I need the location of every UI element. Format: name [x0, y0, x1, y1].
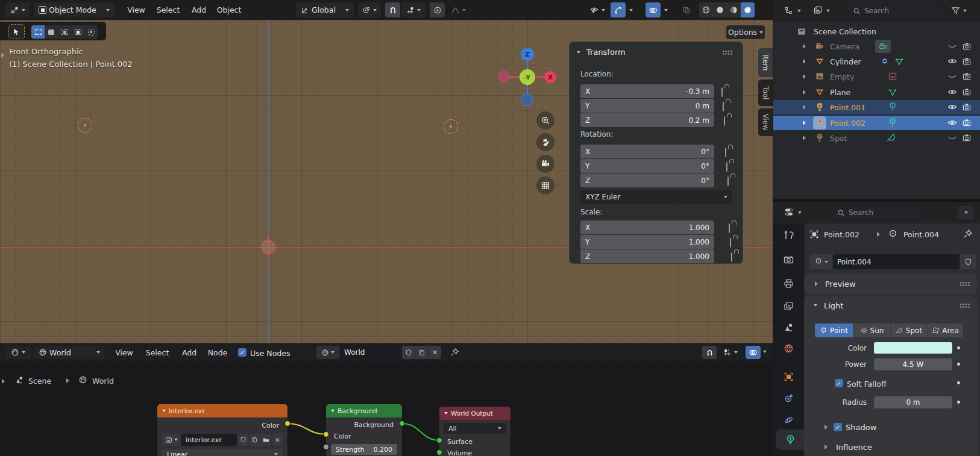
light-datablock-type-dropdown[interactable]	[809, 254, 832, 269]
properties-editor-chevron[interactable]	[798, 211, 802, 214]
mesh-data-icon[interactable]	[888, 87, 897, 97]
camera-view-button[interactable]	[536, 155, 554, 173]
scale-x-field[interactable]: X1.000	[580, 220, 714, 234]
sidebar-tab-view[interactable]: View	[758, 108, 773, 136]
mode-dropdown[interactable]: Object Mode	[34, 2, 115, 17]
nav-gizmo-neg-z-ball[interactable]	[521, 93, 533, 106]
rotation-x-lock-icon[interactable]	[725, 148, 726, 157]
menu-object[interactable]: Object	[213, 2, 245, 17]
outliner-filter-funnel-icon[interactable]	[951, 6, 960, 15]
expand-chevron[interactable]	[803, 44, 806, 49]
render-visibility-icon[interactable]	[962, 57, 972, 66]
show-gizmo-button[interactable]	[611, 2, 626, 17]
sidebar-tab-item[interactable]: Item	[758, 48, 773, 77]
color-animate-dot[interactable]	[957, 346, 960, 349]
preview-drag-dots[interactable]	[960, 281, 970, 286]
outliner-row-plane[interactable]: Plane	[773, 85, 980, 99]
sidebar-tab-tool[interactable]: Tool	[758, 80, 773, 106]
light-type-spot-button[interactable]: Spot	[890, 323, 927, 337]
proportional-edit-button[interactable]	[430, 2, 445, 17]
node-image-texture[interactable]: interior.exr Color interior.exr ✕ Linear	[157, 404, 287, 456]
pan-hand-button[interactable]	[536, 133, 554, 151]
node-background-strength-field[interactable]: Strength0.200	[331, 444, 397, 455]
tab-data-active[interactable]	[776, 429, 805, 450]
options-dropdown[interactable]: Options	[726, 25, 765, 39]
light-panel-header[interactable]: Light	[804, 296, 977, 314]
point-light-data-icon[interactable]	[888, 102, 897, 113]
outliner-display-mode-icon[interactable]	[784, 6, 794, 15]
image-name-field[interactable]: interior.exr	[181, 434, 237, 446]
viewport-canvas[interactable]: Options Front Orthographic (1) Scene Col…	[0, 20, 773, 343]
pin-icon[interactable]	[963, 229, 973, 239]
spot-light-data-icon[interactable]	[887, 133, 897, 143]
scale-z-lock-icon[interactable]	[731, 252, 732, 262]
outliner-display-mode-chevron[interactable]	[797, 10, 801, 12]
transform-panel-drag-dots[interactable]	[722, 50, 732, 55]
shadow-subpanel-header[interactable]: ✓ Shadow	[804, 420, 977, 434]
outliner-filter-image-icon[interactable]	[813, 5, 823, 15]
hide-eye-closed-icon[interactable]	[947, 43, 957, 50]
power-field[interactable]: 4.5 W	[874, 358, 952, 370]
socket-background-out[interactable]	[399, 420, 405, 426]
orientation-dropdown[interactable]: Global	[296, 2, 354, 17]
render-visibility-icon[interactable]	[962, 102, 972, 111]
power-animate-dot[interactable]	[957, 363, 960, 366]
rotation-z-lock-icon[interactable]	[727, 176, 729, 186]
tab-output-icon[interactable]	[784, 279, 794, 289]
shading-solid-button[interactable]	[713, 2, 727, 17]
show-overlays-button[interactable]	[645, 2, 661, 17]
tab-constraints-icon[interactable]	[784, 393, 794, 404]
socket-background-color-in[interactable]	[323, 431, 329, 437]
breadcrumb-data-name[interactable]: Point.004	[903, 230, 939, 239]
nav-gizmo-z-ball[interactable]: Z	[521, 48, 534, 61]
light-type-sun-button[interactable]: Sun	[853, 323, 890, 337]
hide-eye-closed-icon[interactable]	[947, 73, 957, 80]
color-swatch[interactable]	[874, 342, 952, 354]
shading-material-button[interactable]	[727, 2, 741, 17]
rotation-y-field[interactable]: Y0°	[580, 159, 714, 173]
camera-data-badge[interactable]	[875, 40, 891, 53]
expand-chevron[interactable]	[803, 136, 806, 140]
image-datablock-dropdown[interactable]	[162, 434, 180, 446]
visibility-dropdown[interactable]	[585, 2, 609, 17]
hide-eye-open-icon[interactable]	[947, 119, 957, 126]
shadow-checkbox[interactable]: ✓	[834, 423, 842, 431]
soft-falloff-animate-dot[interactable]	[957, 381, 960, 384]
nav-gizmo-x-ball[interactable]: X	[544, 71, 556, 83]
node-world-output[interactable]: World Output All Surface Volume	[439, 407, 510, 456]
outliner-row-scene-collection[interactable]: Scene Collection	[773, 24, 980, 39]
select-tweak-button[interactable]	[45, 25, 58, 39]
breadcrumb-object-name[interactable]: Point.002	[824, 230, 859, 239]
rotation-mode-dropdown[interactable]: XYZ Euler	[580, 190, 732, 204]
render-visibility-icon[interactable]	[962, 118, 972, 127]
outliner-search-input[interactable]: Search	[849, 4, 939, 17]
radius-animate-dot[interactable]	[957, 401, 960, 404]
expand-chevron[interactable]	[803, 74, 806, 79]
tab-scene-icon[interactable]	[784, 322, 794, 333]
rotation-x-field[interactable]: X0°	[580, 145, 714, 158]
location-z-lock-icon[interactable]	[724, 116, 725, 126]
outliner-row-cylinder[interactable]: Cylinder	[773, 54, 980, 69]
scale-z-field[interactable]: Z1.000	[580, 249, 714, 263]
tab-render-icon[interactable]	[784, 255, 794, 264]
toolbar-expand-arrow[interactable]	[1, 53, 4, 58]
proportional-falloff-dropdown[interactable]	[447, 2, 470, 17]
image-copy-button[interactable]	[250, 434, 260, 446]
location-x-lock-icon[interactable]	[721, 87, 723, 97]
select-intersect-button[interactable]	[84, 25, 98, 39]
mesh-data-icon[interactable]	[894, 57, 904, 66]
image-data-badge[interactable]	[888, 72, 897, 81]
image-open-folder-button[interactable]	[261, 434, 271, 446]
properties-options-chevron[interactable]	[958, 206, 974, 219]
expand-chevron[interactable]	[803, 90, 806, 95]
expand-chevron[interactable]	[803, 105, 806, 110]
active-tool-button[interactable]	[8, 24, 25, 39]
node-output-target-dropdown[interactable]: All	[444, 423, 506, 434]
select-extend-button[interactable]	[58, 25, 71, 39]
image-unlink-button[interactable]: ✕	[272, 434, 283, 446]
menu-select[interactable]: Select	[153, 2, 183, 17]
tab-object-icon[interactable]	[784, 372, 794, 382]
menu-add[interactable]: Add	[188, 2, 210, 17]
modifier-wrench-icon[interactable]	[879, 57, 888, 66]
select-box-button[interactable]	[31, 25, 45, 39]
